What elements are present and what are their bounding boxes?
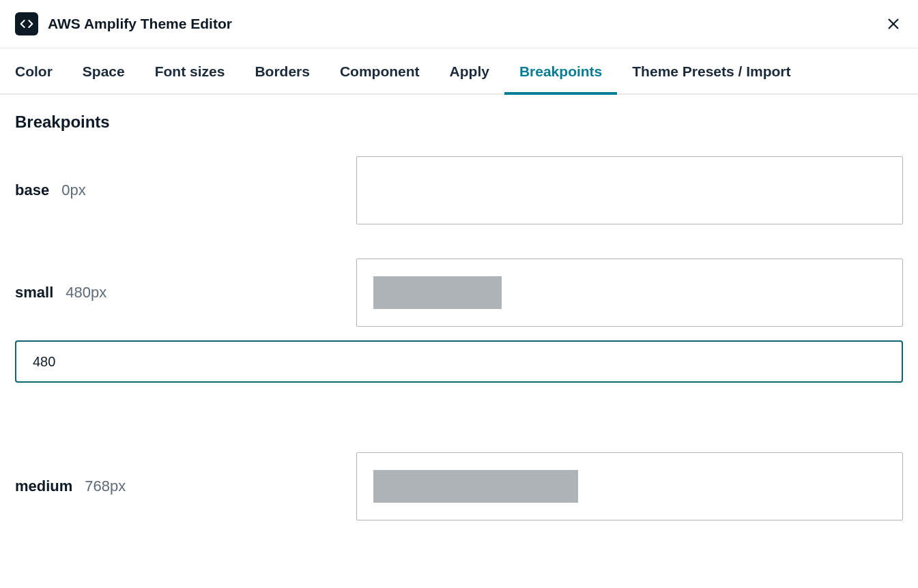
close-button[interactable] bbox=[883, 13, 904, 35]
breakpoint-name: base bbox=[15, 181, 49, 199]
breakpoint-labels: small480px bbox=[15, 284, 356, 302]
tab-component[interactable]: Component bbox=[325, 48, 435, 93]
breakpoint-value: 768px bbox=[85, 477, 126, 495]
tab-space[interactable]: Space bbox=[68, 48, 140, 93]
breakpoint-row-base: base0px bbox=[15, 156, 903, 224]
section-title: Breakpoints bbox=[15, 113, 903, 132]
breakpoint-row: medium768px bbox=[15, 452, 903, 520]
breakpoint-name: small bbox=[15, 284, 53, 302]
tab-borders[interactable]: Borders bbox=[240, 48, 325, 93]
breakpoint-row-small: small480px bbox=[15, 259, 903, 418]
breakpoint-list: base0pxsmall480pxmedium768px bbox=[15, 156, 903, 520]
tab-color[interactable]: Color bbox=[0, 48, 68, 93]
code-icon bbox=[20, 17, 33, 31]
preview-bar bbox=[373, 276, 502, 309]
breakpoint-preview[interactable] bbox=[356, 452, 903, 520]
app-title: AWS Amplify Theme Editor bbox=[48, 16, 232, 32]
breakpoint-row: small480px bbox=[15, 259, 903, 327]
tab-theme-presets-import[interactable]: Theme Presets / Import bbox=[617, 48, 805, 93]
breakpoint-row: base0px bbox=[15, 156, 903, 224]
breakpoint-labels: medium768px bbox=[15, 477, 356, 495]
app-logo bbox=[15, 12, 38, 35]
breakpoint-name: medium bbox=[15, 477, 72, 495]
breakpoint-value: 480px bbox=[66, 284, 106, 302]
preview-bar bbox=[373, 470, 578, 503]
header: AWS Amplify Theme Editor bbox=[0, 0, 918, 48]
tab-breakpoints[interactable]: Breakpoints bbox=[504, 48, 617, 93]
breakpoint-edit-input[interactable] bbox=[15, 340, 903, 383]
content: Breakpoints base0pxsmall480pxmedium768px bbox=[0, 95, 918, 572]
breakpoint-labels: base0px bbox=[15, 181, 356, 199]
close-icon bbox=[885, 16, 902, 32]
breakpoint-value: 0px bbox=[61, 181, 85, 199]
breakpoint-preview[interactable] bbox=[356, 156, 903, 224]
tab-apply[interactable]: Apply bbox=[435, 48, 504, 93]
header-left: AWS Amplify Theme Editor bbox=[15, 12, 232, 35]
tab-font-sizes[interactable]: Font sizes bbox=[140, 48, 240, 93]
breakpoint-row-medium: medium768px bbox=[15, 452, 903, 520]
tabs: ColorSpaceFont sizesBordersComponentAppl… bbox=[0, 48, 918, 95]
breakpoint-preview[interactable] bbox=[356, 259, 903, 327]
